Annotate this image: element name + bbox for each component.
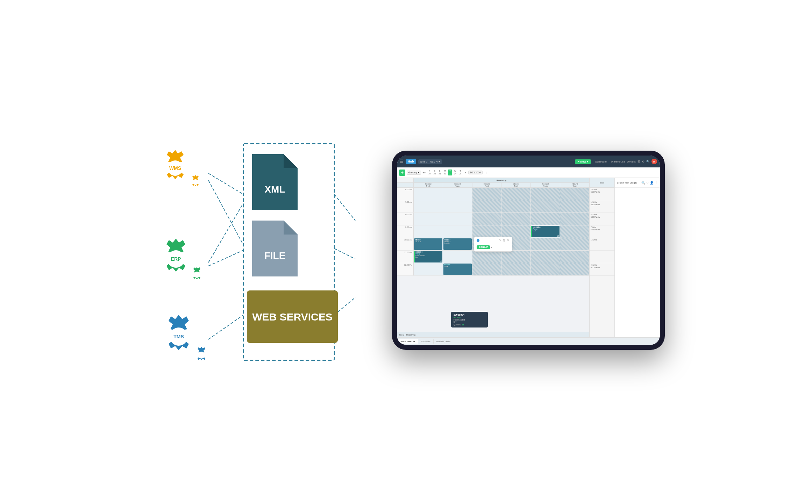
- col-header-2: InboundTruck: [443, 183, 472, 187]
- delete-icon[interactable]: 🗑: [503, 239, 506, 242]
- svg-marker-19: [284, 154, 298, 168]
- cell-1200-4: [501, 263, 531, 275]
- appt-card-1200[interactable]: Inbound Truck: [443, 264, 472, 275]
- cell-1000-1[interactable]: JB Ilust J.B. Hunt: [414, 238, 443, 250]
- date-tab-25[interactable]: T25: [458, 170, 463, 175]
- tab-default-task-list[interactable]: Default Task List: [397, 339, 418, 344]
- next-arrow[interactable]: ▸: [425, 171, 426, 174]
- cell-700-4: [501, 200, 531, 213]
- svg-text:ERP: ERP: [171, 256, 181, 262]
- svg-point-14: [194, 272, 200, 278]
- time-row-1200: 12:00 PM Inbound Truck: [397, 263, 589, 276]
- xml-file-box: XML: [249, 154, 301, 221]
- category-dropdown-icon: ▾: [418, 171, 419, 174]
- grid-body: 6:00 AM: [397, 188, 589, 332]
- svg-marker-22: [284, 221, 298, 235]
- cell-1100-1[interactable]: 10065844 Pickup Floor Loaded Dry 19: [414, 251, 443, 263]
- site-selector[interactable]: Site 2 - RSVN ▾: [418, 159, 442, 164]
- arrive-dropdown-icon[interactable]: ▾: [491, 246, 492, 249]
- edit-icon[interactable]: ✎: [499, 239, 501, 242]
- cell-600-4: [501, 188, 531, 200]
- date-tab-19[interactable]: F19: [427, 170, 432, 175]
- warehouse-label[interactable]: Warehouse: [611, 160, 625, 163]
- date-tab-20[interactable]: S20: [433, 170, 437, 175]
- col-header-3: InboundTruck: [472, 183, 502, 187]
- category-label: Grocery: [408, 171, 417, 174]
- svg-line-6: [334, 194, 355, 221]
- date-tab-21[interactable]: S21: [437, 170, 442, 175]
- cell-900-5[interactable]: 10065894 Pickup LATE 12: [531, 225, 560, 238]
- date-tab-22[interactable]: M22: [443, 170, 447, 175]
- col-header-6: InboundTruck: [560, 183, 589, 187]
- drivers-label[interactable]: Drivers: [627, 160, 636, 163]
- time-cell-800: 8:00 AM: [397, 213, 414, 225]
- qty-value: 12: [462, 324, 464, 326]
- cell-800-3: [472, 213, 502, 225]
- cell-700-5: [531, 200, 560, 213]
- tablet-container: ☰ Hub Site 2 - RSVN ▾ + New ▾ Schedule: [392, 151, 665, 353]
- time-cell-1000: 10:00 AM: [397, 238, 414, 250]
- more-options-icon[interactable]: ⋮: [485, 171, 487, 174]
- close-icon[interactable]: ✕: [507, 239, 510, 242]
- hamburger-icon[interactable]: ☰: [400, 159, 404, 164]
- cell-900-2: [443, 225, 472, 238]
- col-header-4: InboundTruck: [501, 183, 531, 187]
- panel-filter-icon[interactable]: ▽: [646, 181, 649, 185]
- xml-file-icon: XML: [252, 154, 298, 210]
- nav-arrows: ◂ ▸: [422, 171, 426, 174]
- date-tab-23[interactable]: T23: [448, 170, 453, 175]
- site-label: Site 2 - RSVN: [420, 160, 438, 163]
- stat-row-2: 12 Units6/15 Pallets: [590, 200, 614, 213]
- time-cell-700: 7:00 AM: [397, 200, 414, 213]
- category-select[interactable]: Grocery ▾: [407, 171, 421, 175]
- prev-arrow[interactable]: ◂: [422, 171, 424, 174]
- wms-gear-group: WMS: [154, 144, 210, 201]
- cell-1200-2[interactable]: Inbound Truck: [443, 263, 472, 275]
- time-row-800: 8:00 AM: [397, 213, 589, 225]
- date-input[interactable]: 1/23/2020: [468, 171, 483, 174]
- cell-900-4: [501, 225, 531, 238]
- appt-card-1000-2[interactable]: Proctor Proctor & Gamble: [443, 238, 472, 250]
- new-button[interactable]: + New ▾: [575, 159, 591, 164]
- location-bar: Site 2 - Receiving: [397, 332, 589, 337]
- appt-card-900[interactable]: 10065894 Pickup LATE 12: [531, 226, 560, 237]
- main-area: + Grocery ▾ ◂ ▸ F19: [397, 167, 660, 345]
- receiving-header-row: Receiving: [397, 178, 589, 183]
- hover-card-type: Pickup: [454, 316, 485, 318]
- schedule-button[interactable]: Schedule: [593, 159, 609, 164]
- cell-1000-5: [531, 238, 560, 250]
- app-content: + Grocery ▾ ◂ ▸ F19: [397, 167, 660, 345]
- settings-icon[interactable]: ⚙: [642, 160, 644, 163]
- arrive-button[interactable]: ARRIVE ▾: [477, 245, 492, 249]
- time-cell-1200: 12:00 PM: [397, 263, 414, 275]
- erp-gear-icon: ERP: [151, 231, 212, 292]
- panel-user-icon[interactable]: 👤: [650, 181, 654, 185]
- search-icon[interactable]: 🔍: [646, 160, 650, 163]
- stat-row-4: 7 Units6/43 Pallets: [590, 225, 614, 238]
- cell-600-5: [531, 188, 560, 200]
- tab-workflow-details[interactable]: Workflow Details: [434, 339, 454, 344]
- svg-line-7: [334, 249, 355, 259]
- site-dropdown-icon: ▾: [439, 160, 440, 163]
- cell-800-1: [414, 213, 443, 225]
- cell-1100-6: [560, 251, 589, 263]
- add-button[interactable]: +: [399, 170, 405, 176]
- grid-icon[interactable]: ⊞: [638, 160, 640, 163]
- time-cell-600: 6:00 AM: [397, 188, 414, 200]
- svg-line-3: [208, 203, 243, 262]
- stats-panel: Stats 20 Units6/20 Pallets 12 Units6/15 …: [589, 178, 614, 337]
- cell-1000-2[interactable]: Proctor Proctor & Gamble: [443, 238, 472, 250]
- panel-search-icon[interactable]: 🔍: [641, 181, 645, 185]
- date-tab-24[interactable]: W24: [453, 170, 457, 175]
- web-services-box: WEB SERVICES: [247, 290, 338, 343]
- task-list-empty: [615, 188, 660, 337]
- tab-po-search[interactable]: PO Search: [418, 339, 434, 344]
- appt-card-1000-1[interactable]: JB Ilust J.B. Hunt: [414, 238, 442, 250]
- panel-more-icon[interactable]: ⋮: [655, 181, 658, 185]
- cell-700-3: [472, 200, 502, 213]
- time-row-900: 9:00 AM 10065894: [397, 225, 589, 238]
- appt-card-1100[interactable]: 10065844 Pickup Floor Loaded Dry 19: [414, 251, 442, 262]
- cell-1200-5: [531, 263, 560, 275]
- hover-card: 10065894 Pickup Floor LoadedDry Quantity…: [451, 312, 488, 327]
- svg-point-11: [193, 179, 198, 185]
